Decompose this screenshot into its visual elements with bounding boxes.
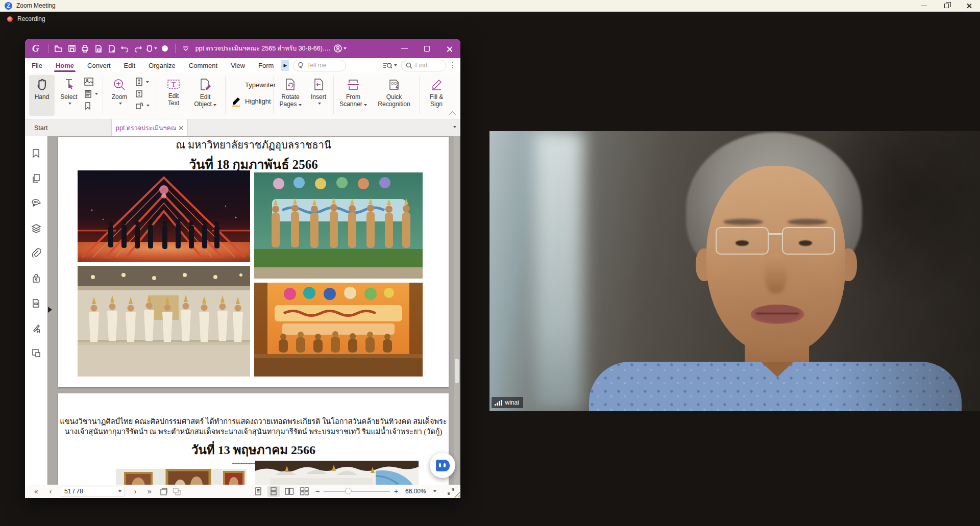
first-page-button[interactable]: « [29,487,43,495]
photo-night-arch-group [78,170,250,262]
save-button[interactable] [65,42,79,55]
pdf-minimize-button[interactable] [393,39,415,58]
continuous-view-button[interactable] [267,486,280,497]
photo-stage-performance [254,283,423,377]
comments-panel-button[interactable] [31,197,42,209]
security-panel-button[interactable] [31,272,42,284]
layers-icon [31,223,41,233]
snapshot-button[interactable] [157,486,170,496]
edit-text-button[interactable]: EditText [160,75,187,116]
last-page-button[interactable]: » [142,487,157,495]
from-scanner-button[interactable]: FromScanner [337,75,369,116]
menu-form[interactable]: Form [252,58,280,72]
fields-panel-button[interactable] [31,297,42,309]
facing-view-button[interactable] [283,486,295,497]
more-options-button[interactable] [450,62,456,69]
thumbnail-view-button[interactable] [298,486,310,497]
page-number-box[interactable] [61,487,125,496]
new-document-button[interactable] [105,42,118,55]
quick-recognition-button[interactable]: OCR QuickRecognition [372,75,416,116]
advanced-search-button[interactable] [383,62,397,69]
signatures-panel-button[interactable] [31,322,42,334]
hand-tool-button[interactable] [145,42,158,55]
ribbon-collapse-chevron[interactable] [449,112,456,116]
menu-overflow-button[interactable]: ▶ [281,60,289,71]
bookmark-tool-button[interactable] [84,102,98,110]
menu-comment[interactable]: Comment [182,58,224,72]
record-dot-button[interactable] [158,42,172,55]
text-viewer-button[interactable] [135,90,150,98]
clipboard-tools [84,78,98,110]
pdf-titlebar: G ppt ตรวจประเมินฯคณะ 2565 สำหรับ 30-8-6… [25,39,460,58]
pages-panel-button[interactable] [31,172,42,184]
undo-button[interactable] [118,42,132,55]
os-titlebar: Z Zoom Meeting [0,0,980,12]
bookmarks-panel-button[interactable] [31,147,42,159]
tab-close-icon[interactable] [178,126,183,131]
open-file-button[interactable] [52,42,65,55]
pdf-close-button[interactable] [438,39,460,58]
single-page-view-button[interactable] [252,486,264,497]
insert-button[interactable]: Insert [307,75,330,116]
page-display-tools [135,78,150,110]
zoom-in-button[interactable]: + [392,487,400,495]
os-close-button[interactable] [958,0,980,12]
tab-start[interactable]: Start [25,119,107,136]
menu-convert[interactable]: Convert [81,58,117,72]
menu-edit[interactable]: Edit [117,58,142,72]
hand-button[interactable]: Hand [29,75,55,116]
select-button[interactable]: Select [57,75,81,116]
os-restore-button[interactable] [935,0,958,12]
fit-page-button[interactable] [135,78,150,86]
redo-button[interactable] [132,42,145,55]
prev-page-button[interactable]: ‹ [43,487,58,495]
page-box-caret [118,490,121,492]
photo-gold-costume-group [254,172,423,279]
tellme-input[interactable] [307,62,337,69]
typewriter-button[interactable]: Typewriter [230,79,276,92]
os-minimize-button[interactable] [913,0,935,12]
zoom-out-button[interactable]: − [313,487,322,495]
paperclip-icon [32,248,41,258]
menu-home[interactable]: Home [49,58,81,72]
zoom-level-caret[interactable] [433,490,436,492]
fill-sign-button[interactable]: Fill &Sign [423,75,450,116]
rotate-pages-button[interactable]: RotatePages [276,75,305,116]
menu-file[interactable]: File [25,58,49,72]
document-scrollbar[interactable] [454,136,459,485]
assistant-overlay-button[interactable] [430,453,455,478]
find-input[interactable] [415,62,441,69]
next-page-button[interactable]: › [128,487,142,495]
collapse-toolbar-icon[interactable] [179,42,192,55]
zoom-slider[interactable] [324,491,390,492]
panel-expand-arrow[interactable] [48,307,52,313]
clipboard-page-button[interactable] [170,486,183,496]
scrollbar-thumb[interactable] [455,359,459,383]
scanner-caret [364,104,367,106]
clipboard-tool-button[interactable] [84,89,98,98]
participant-name-tag: winai [492,397,523,408]
document-area[interactable]: ณ มหาวิทยาลัยราชภัฏอุบลราชธานี วันที่ 18… [47,136,460,485]
zoom-button[interactable]: Zoom [107,75,132,116]
find-box[interactable] [401,60,446,71]
menu-organize[interactable]: Organize [142,58,182,72]
tellme-search[interactable] [293,60,346,71]
zoom-slider-knob[interactable] [345,488,352,494]
pdf-maximize-button[interactable] [415,39,438,58]
account-icon[interactable] [333,42,347,55]
export-button[interactable] [92,42,105,55]
highlight-pen-icon [230,96,241,107]
edit-object-button[interactable]: EditObject [189,75,221,116]
bookmark-icon [32,148,40,158]
menu-view[interactable]: View [224,58,252,72]
layers-panel-button[interactable] [31,222,42,234]
page-number-input[interactable] [64,488,105,495]
print-button[interactable] [79,42,92,55]
attachments-panel-button[interactable] [31,247,42,259]
rotate-view-button[interactable] [135,102,150,110]
highlight-button[interactable]: Highlight [230,95,271,108]
snapshot-panel-button[interactable] [31,347,42,359]
tab-list-caret[interactable] [453,126,456,128]
image-tool-button[interactable] [84,78,98,86]
tab-document[interactable]: ppt ตรวจประเมินฯคณ... [111,119,188,136]
